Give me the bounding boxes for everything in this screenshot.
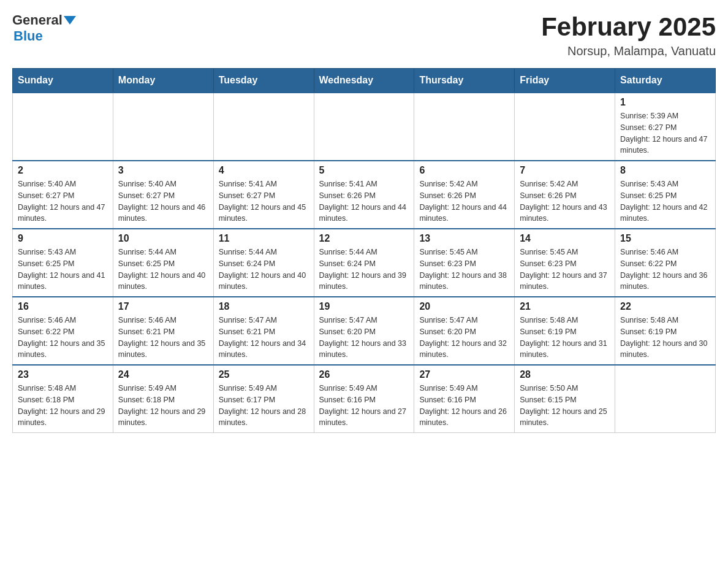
day-number: 8 <box>620 165 710 176</box>
calendar-cell: 16Sunrise: 5:46 AM Sunset: 6:22 PM Dayli… <box>13 297 113 365</box>
calendar-week-row: 9Sunrise: 5:43 AM Sunset: 6:25 PM Daylig… <box>13 229 716 297</box>
day-number: 11 <box>219 233 309 244</box>
logo-general-text: General <box>12 12 63 28</box>
day-number: 1 <box>620 97 710 108</box>
day-of-week-header: Thursday <box>414 69 515 93</box>
day-info: Sunrise: 5:43 AM Sunset: 6:25 PM Dayligh… <box>620 178 710 224</box>
calendar-subtitle: Norsup, Malampa, Vanuatu <box>541 44 716 58</box>
day-info: Sunrise: 5:47 AM Sunset: 6:20 PM Dayligh… <box>319 315 409 361</box>
logo: General Blue <box>12 12 77 44</box>
day-info: Sunrise: 5:40 AM Sunset: 6:27 PM Dayligh… <box>118 178 208 224</box>
title-block: February 2025 Norsup, Malampa, Vanuatu <box>541 12 716 58</box>
calendar-cell: 1Sunrise: 5:39 AM Sunset: 6:27 PM Daylig… <box>615 93 716 161</box>
day-number: 12 <box>319 233 409 244</box>
calendar-cell: 3Sunrise: 5:40 AM Sunset: 6:27 PM Daylig… <box>113 161 213 229</box>
day-of-week-header: Wednesday <box>314 69 414 93</box>
day-info: Sunrise: 5:42 AM Sunset: 6:26 PM Dayligh… <box>419 178 509 224</box>
calendar-cell: 11Sunrise: 5:44 AM Sunset: 6:24 PM Dayli… <box>213 229 314 297</box>
day-number: 16 <box>18 301 108 312</box>
day-number: 7 <box>520 165 610 176</box>
page-header: General Blue February 2025 Norsup, Malam… <box>12 12 716 58</box>
calendar-cell: 27Sunrise: 5:49 AM Sunset: 6:16 PM Dayli… <box>414 365 515 433</box>
calendar-cell: 15Sunrise: 5:46 AM Sunset: 6:22 PM Dayli… <box>615 229 716 297</box>
logo-blue-text: Blue <box>13 28 43 44</box>
calendar-cell: 5Sunrise: 5:41 AM Sunset: 6:26 PM Daylig… <box>314 161 414 229</box>
calendar-cell: 17Sunrise: 5:46 AM Sunset: 6:21 PM Dayli… <box>113 297 213 365</box>
day-info: Sunrise: 5:43 AM Sunset: 6:25 PM Dayligh… <box>18 247 108 293</box>
day-of-week-header: Monday <box>113 69 213 93</box>
calendar-cell: 13Sunrise: 5:45 AM Sunset: 6:23 PM Dayli… <box>414 229 515 297</box>
calendar-cell: 19Sunrise: 5:47 AM Sunset: 6:20 PM Dayli… <box>314 297 414 365</box>
calendar-cell: 14Sunrise: 5:45 AM Sunset: 6:23 PM Dayli… <box>515 229 615 297</box>
day-of-week-header: Tuesday <box>213 69 314 93</box>
day-info: Sunrise: 5:49 AM Sunset: 6:16 PM Dayligh… <box>319 383 409 429</box>
day-info: Sunrise: 5:44 AM Sunset: 6:24 PM Dayligh… <box>219 247 309 293</box>
logo-triangle-icon <box>64 16 76 25</box>
day-number: 22 <box>620 301 710 312</box>
calendar-cell: 24Sunrise: 5:49 AM Sunset: 6:18 PM Dayli… <box>113 365 213 433</box>
calendar-cell: 20Sunrise: 5:47 AM Sunset: 6:20 PM Dayli… <box>414 297 515 365</box>
calendar-table: SundayMondayTuesdayWednesdayThursdayFrid… <box>12 68 716 433</box>
day-info: Sunrise: 5:44 AM Sunset: 6:25 PM Dayligh… <box>118 247 208 293</box>
calendar-cell: 18Sunrise: 5:47 AM Sunset: 6:21 PM Dayli… <box>213 297 314 365</box>
day-number: 3 <box>118 165 208 176</box>
calendar-cell <box>314 93 414 161</box>
day-info: Sunrise: 5:49 AM Sunset: 6:17 PM Dayligh… <box>219 383 309 429</box>
day-info: Sunrise: 5:47 AM Sunset: 6:21 PM Dayligh… <box>219 315 309 361</box>
day-info: Sunrise: 5:42 AM Sunset: 6:26 PM Dayligh… <box>520 178 610 224</box>
day-info: Sunrise: 5:49 AM Sunset: 6:16 PM Dayligh… <box>419 383 509 429</box>
calendar-cell <box>213 93 314 161</box>
day-number: 25 <box>219 369 309 380</box>
day-info: Sunrise: 5:47 AM Sunset: 6:20 PM Dayligh… <box>419 315 509 361</box>
day-number: 23 <box>18 369 108 380</box>
day-number: 18 <box>219 301 309 312</box>
calendar-cell: 6Sunrise: 5:42 AM Sunset: 6:26 PM Daylig… <box>414 161 515 229</box>
calendar-cell <box>13 93 113 161</box>
calendar-title: February 2025 <box>541 12 716 42</box>
calendar-cell: 25Sunrise: 5:49 AM Sunset: 6:17 PM Dayli… <box>213 365 314 433</box>
day-of-week-header: Sunday <box>13 69 113 93</box>
calendar-cell <box>113 93 213 161</box>
calendar-cell: 7Sunrise: 5:42 AM Sunset: 6:26 PM Daylig… <box>515 161 615 229</box>
day-number: 20 <box>419 301 509 312</box>
calendar-cell <box>615 365 716 433</box>
day-info: Sunrise: 5:39 AM Sunset: 6:27 PM Dayligh… <box>620 110 710 156</box>
calendar-cell: 23Sunrise: 5:48 AM Sunset: 6:18 PM Dayli… <box>13 365 113 433</box>
day-info: Sunrise: 5:48 AM Sunset: 6:19 PM Dayligh… <box>520 315 610 361</box>
day-number: 26 <box>319 369 409 380</box>
calendar-cell <box>515 93 615 161</box>
calendar-header-row: SundayMondayTuesdayWednesdayThursdayFrid… <box>13 69 716 93</box>
calendar-cell: 4Sunrise: 5:41 AM Sunset: 6:27 PM Daylig… <box>213 161 314 229</box>
day-info: Sunrise: 5:46 AM Sunset: 6:22 PM Dayligh… <box>620 247 710 293</box>
calendar-cell: 21Sunrise: 5:48 AM Sunset: 6:19 PM Dayli… <box>515 297 615 365</box>
day-number: 10 <box>118 233 208 244</box>
calendar-cell: 12Sunrise: 5:44 AM Sunset: 6:24 PM Dayli… <box>314 229 414 297</box>
calendar-cell: 22Sunrise: 5:48 AM Sunset: 6:19 PM Dayli… <box>615 297 716 365</box>
day-number: 15 <box>620 233 710 244</box>
day-number: 2 <box>18 165 108 176</box>
day-info: Sunrise: 5:46 AM Sunset: 6:22 PM Dayligh… <box>18 315 108 361</box>
day-number: 5 <box>319 165 409 176</box>
calendar-cell: 2Sunrise: 5:40 AM Sunset: 6:27 PM Daylig… <box>13 161 113 229</box>
day-of-week-header: Saturday <box>615 69 716 93</box>
calendar-cell: 10Sunrise: 5:44 AM Sunset: 6:25 PM Dayli… <box>113 229 213 297</box>
day-number: 9 <box>18 233 108 244</box>
day-info: Sunrise: 5:48 AM Sunset: 6:18 PM Dayligh… <box>18 383 108 429</box>
calendar-week-row: 2Sunrise: 5:40 AM Sunset: 6:27 PM Daylig… <box>13 161 716 229</box>
calendar-cell: 8Sunrise: 5:43 AM Sunset: 6:25 PM Daylig… <box>615 161 716 229</box>
day-info: Sunrise: 5:45 AM Sunset: 6:23 PM Dayligh… <box>520 247 610 293</box>
day-info: Sunrise: 5:41 AM Sunset: 6:27 PM Dayligh… <box>219 178 309 224</box>
day-number: 19 <box>319 301 409 312</box>
calendar-cell: 28Sunrise: 5:50 AM Sunset: 6:15 PM Dayli… <box>515 365 615 433</box>
day-number: 27 <box>419 369 509 380</box>
day-info: Sunrise: 5:49 AM Sunset: 6:18 PM Dayligh… <box>118 383 208 429</box>
day-info: Sunrise: 5:44 AM Sunset: 6:24 PM Dayligh… <box>319 247 409 293</box>
day-number: 17 <box>118 301 208 312</box>
day-number: 14 <box>520 233 610 244</box>
day-info: Sunrise: 5:40 AM Sunset: 6:27 PM Dayligh… <box>18 178 108 224</box>
day-number: 21 <box>520 301 610 312</box>
day-info: Sunrise: 5:50 AM Sunset: 6:15 PM Dayligh… <box>520 383 610 429</box>
calendar-week-row: 16Sunrise: 5:46 AM Sunset: 6:22 PM Dayli… <box>13 297 716 365</box>
day-info: Sunrise: 5:46 AM Sunset: 6:21 PM Dayligh… <box>118 315 208 361</box>
day-number: 4 <box>219 165 309 176</box>
